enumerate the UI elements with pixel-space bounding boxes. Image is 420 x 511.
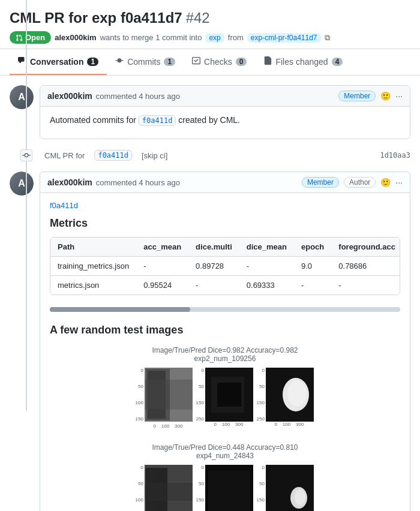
first-comment-block: A alex000kim commented 4 hours ago Membe… — [10, 85, 410, 139]
image3-svg — [266, 368, 314, 422]
image2-svg — [205, 368, 253, 422]
col-acc-mean: acc_mean — [136, 238, 188, 257]
pr-title: CML PR for exp f0a411d7 #42 — [10, 10, 410, 26]
table-scrollbar[interactable] — [50, 307, 400, 312]
second-more-btn[interactable]: ··· — [395, 178, 403, 187]
col-path: Path — [50, 238, 136, 257]
second-comment-header-left: alex000kim commented 4 hours ago — [47, 178, 180, 187]
metrics-table: Path acc_mean dice.multi dice_mean epoch… — [50, 238, 400, 294]
panel2-inner: 050150250 — [196, 368, 253, 422]
copy-icon[interactable]: ⧉ — [325, 33, 330, 43]
second-comment-author[interactable]: alex000kim — [47, 178, 92, 187]
panel5-wrapper: 050150250 0 100 300 — [196, 465, 254, 511]
checks-tab-icon — [192, 56, 200, 67]
row2-acc-mean: 0.95524 — [136, 276, 188, 295]
tab-files-changed[interactable]: Files changed 4 — [255, 49, 351, 75]
row1-acc-mean: - — [136, 257, 188, 276]
first-comment-body: Automated commits for f0a411d created by… — [40, 107, 410, 139]
image1-caption-line2: exp2_num_109256 — [50, 354, 400, 363]
emoji-reaction-btn[interactable]: 🙂 — [380, 91, 391, 101]
tab-checks[interactable]: Checks 0 — [184, 49, 255, 75]
second-emoji-btn[interactable]: 🙂 — [380, 178, 391, 187]
second-comment-body: f0a411d Metrics Path acc_mean dice.multi — [40, 193, 410, 511]
row2-foreground-acc: - — [331, 276, 400, 295]
svg-point-23 — [295, 489, 305, 505]
git-pr-icon — [16, 34, 23, 41]
metrics-title: Metrics — [50, 217, 400, 230]
second-comment-link[interactable]: f0a411d — [50, 201, 78, 210]
first-comment-time: commented 4 hours ago — [96, 92, 180, 101]
head-branch[interactable]: exp-cml-pr-f0a411d7 — [247, 33, 321, 43]
commits-tab-icon — [115, 56, 124, 67]
image1-panels: 050100150 — [50, 368, 400, 429]
col-dice-multi: dice.multi — [188, 238, 239, 257]
svg-point-12 — [287, 380, 307, 407]
row1-path: training_metrics.json — [50, 257, 136, 276]
image1-svg — [145, 368, 193, 422]
image-block-2: Image/True/Pred Dice=0.448 Accuracy=0.81… — [50, 443, 400, 511]
first-comment-container: alex000kim commented 4 hours ago Member … — [40, 85, 410, 139]
panel3-wrapper: 050150250 0 100 300 — [257, 368, 315, 429]
pr-subtitle: Open alex000kim wants to merge 1 commit … — [10, 31, 410, 44]
tab-files-changed-count: 4 — [332, 58, 343, 66]
first-comment-author[interactable]: alex000kim — [47, 91, 92, 101]
tab-conversation[interactable]: Conversation 1 — [10, 49, 107, 75]
panel5-inner: 050150250 — [196, 465, 253, 511]
x-axis-3: 0 100 300 — [264, 422, 315, 427]
subtitle-text: wants to merge 1 commit into — [100, 33, 202, 42]
conversation-tab-icon — [18, 56, 26, 67]
commit-skip-ci: [skip ci] — [142, 151, 167, 160]
row2-dice-multi: - — [188, 276, 239, 295]
col-epoch: epoch — [294, 238, 331, 257]
svg-rect-6 — [146, 369, 170, 420]
files-changed-tab-icon — [263, 56, 272, 67]
image1-caption-line1: Image/True/Pred Dice=0.982 Accuracy=0.98… — [50, 346, 400, 354]
more-options-btn[interactable]: ··· — [395, 91, 403, 101]
svg-rect-9 — [217, 383, 241, 407]
cml-commit-icon — [20, 149, 32, 161]
row1-dice-multi: 0.89728 — [188, 257, 239, 276]
second-comment-block: A alex000kim commented 4 hours ago Membe… — [10, 172, 410, 511]
y-axis-4: 050100150 — [136, 465, 143, 511]
y-axis-2: 050150250 — [196, 368, 204, 422]
col-foreground-acc: foreground.acc — [331, 238, 400, 257]
x-axis-1: 0 100 300 — [143, 423, 194, 429]
panel6-wrapper: 050150250 0 100 300 — [257, 465, 315, 511]
first-comment-header-right: Member 🙂 ··· — [338, 91, 403, 101]
second-comment-header: alex000kim commented 4 hours ago Member … — [40, 172, 410, 193]
first-comment-body-text2: created by CML. — [178, 115, 240, 125]
open-badge: Open — [10, 31, 51, 44]
commit-timeline: CML PR for f0a411d [skip ci] 1d10aa3 — [10, 149, 410, 162]
panel4-inner: 050100150 — [136, 465, 193, 511]
base-branch[interactable]: exp — [205, 33, 224, 43]
commit-f0a-link[interactable]: f0a411d — [94, 150, 132, 161]
y-axis-3: 050150250 — [257, 368, 265, 422]
scrollbar-thumb[interactable] — [50, 307, 190, 312]
commit-sha[interactable]: 1d10aa3 — [380, 151, 410, 160]
first-comment-header-left: alex000kim commented 4 hours ago — [47, 91, 180, 101]
svg-rect-20 — [208, 471, 250, 511]
pr-title-text: CML PR for exp f0a411d7 — [10, 10, 182, 26]
row1-epoch: 9.0 — [294, 257, 331, 276]
timeline-connector — [14, 149, 38, 162]
random-images-section: A few random test images Image/True/Pred… — [50, 324, 400, 511]
col-dice-mean: dice_mean — [239, 238, 294, 257]
image2-panels: 050100150 — [50, 465, 400, 511]
second-comment-container: alex000kim commented 4 hours ago Member … — [40, 172, 410, 511]
svg-rect-18 — [145, 465, 193, 511]
image2-caption-line1: Image/True/Pred Dice=0.448 Accuracy=0.81… — [50, 443, 400, 452]
commit-label: CML PR for — [44, 151, 85, 160]
tabs-bar: Conversation 1 Commits 1 Checks 0 Files … — [0, 49, 420, 76]
second-comment-time: commented 4 hours ago — [96, 178, 180, 187]
panel4-wrapper: 050100150 — [136, 465, 194, 511]
row1-foreground-acc: 0.78686 — [331, 257, 400, 276]
panel1-inner: 050100150 — [136, 368, 193, 423]
avatar-img: A — [10, 85, 34, 109]
tab-commits[interactable]: Commits 1 — [107, 49, 184, 75]
random-images-title: A few random test images — [50, 324, 400, 336]
y-axis-6: 050150250 — [257, 465, 265, 511]
commit-item: CML PR for f0a411d [skip ci] 1d10aa3 — [44, 149, 410, 162]
first-comment-code-link[interactable]: f0a411d — [139, 115, 176, 126]
image6-svg — [266, 465, 314, 511]
tab-conversation-label: Conversation — [30, 57, 83, 67]
